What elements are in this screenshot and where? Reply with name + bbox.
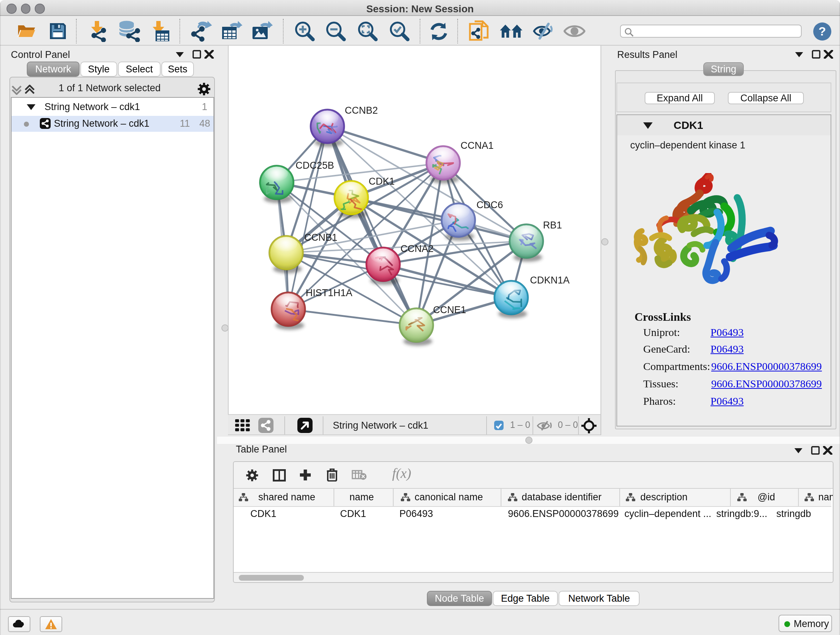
svg-text:CCNA2: CCNA2: [401, 243, 434, 254]
svg-text:CDK1: CDK1: [369, 176, 395, 187]
svg-text:CCNB1: CCNB1: [304, 232, 338, 243]
svg-text:CDKN1A: CDKN1A: [530, 275, 570, 286]
svg-text:CCNE1: CCNE1: [433, 304, 466, 315]
svg-text:CDC25B: CDC25B: [295, 160, 334, 171]
svg-text:RB1: RB1: [543, 220, 562, 231]
svg-text:CCNB2: CCNB2: [345, 105, 378, 116]
svg-text:CCNA1: CCNA1: [461, 140, 494, 151]
svg-text:HIST1H1A: HIST1H1A: [306, 287, 352, 298]
svg-text:CDC6: CDC6: [477, 200, 503, 211]
